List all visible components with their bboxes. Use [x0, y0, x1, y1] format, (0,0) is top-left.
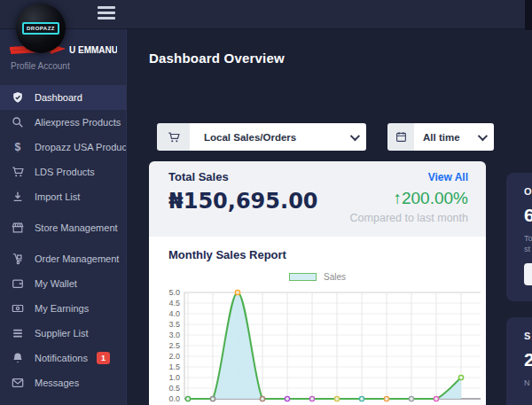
sidebar-item-notifications[interactable]: Notifications1: [0, 346, 126, 370]
sidebar-item-import-list[interactable]: Import List: [0, 184, 126, 209]
svg-text:0.5: 0.5: [168, 384, 180, 393]
legend-swatch: [289, 273, 317, 281]
envelope-icon: [11, 377, 24, 390]
sidebar-item-order-management[interactable]: Order Management: [0, 246, 126, 271]
sidebar-item-dashboard[interactable]: Dashboard: [0, 85, 126, 110]
bell-icon: [11, 352, 24, 365]
total-sales-card: Total Sales View All ₦150,695.00 ↑200.00…: [149, 161, 486, 405]
orders-summary-card: O 6 To st: [506, 173, 532, 301]
sidebar-item-label: My Earnings: [35, 303, 89, 314]
time-range-select[interactable]: All time: [387, 123, 494, 151]
notification-badge: 1: [97, 352, 110, 364]
chart-title: Monthly Sales Report: [149, 248, 486, 261]
svg-text:4.5: 4.5: [168, 299, 180, 308]
total-sales-header: Total Sales View All ₦150,695.00 ↑200.00…: [149, 161, 486, 237]
chevron-down-icon: [350, 130, 360, 140]
sidebar-item-label: Dropazz USA Products: [35, 142, 127, 152]
sidebar-item-label: Import List: [35, 191, 80, 202]
calendar-icon: [387, 123, 414, 151]
page-title: Dashboard Overview: [149, 51, 285, 66]
main-content: Dashboard Overview Local Sales/Orders Al…: [127, 29, 532, 405]
sales-change-percent: ↑200.00%: [393, 189, 468, 207]
store-icon: [11, 222, 24, 235]
sidebar-item-label: Dashboard: [35, 92, 82, 103]
sidebar-item-label: Supplier List: [35, 328, 89, 339]
sidebar-item-label: Messages: [35, 378, 79, 388]
sales-type-select[interactable]: Local Sales/Orders: [157, 123, 366, 151]
chart-legend: Sales: [149, 272, 486, 282]
dashboard-icon: [11, 91, 24, 105]
orders-card-value: 6: [524, 205, 532, 226]
view-all-link[interactable]: View All: [428, 171, 468, 183]
sidebar-item-my-wallet[interactable]: My Wallet: [0, 271, 126, 296]
svg-text:2.0: 2.0: [168, 352, 180, 361]
orders-card-title: O: [524, 186, 532, 197]
legend-label: Sales: [324, 272, 346, 282]
svg-text:3.5: 3.5: [168, 320, 180, 329]
sidebar-nav: DashboardAliexpress Products$Dropazz USA…: [0, 85, 126, 395]
import-icon: [11, 191, 24, 204]
store-card-value: 2: [524, 349, 532, 370]
up-arrow-icon: ↑: [393, 189, 402, 207]
svg-text:3.0: 3.0: [168, 331, 180, 339]
store-card-title: S: [524, 331, 532, 341]
svg-text:1.5: 1.5: [168, 362, 180, 371]
sidebar-item-lds-products[interactable]: LDS Products: [0, 160, 126, 184]
svg-text:0.0: 0.0: [168, 394, 180, 403]
sidebar-item-label: My Wallet: [35, 278, 77, 289]
sidebar-item-supplier-list[interactable]: Supplier List: [0, 321, 126, 346]
monthly-sales-chart-card: Monthly Sales Report Sales 5.04.54.03.53…: [149, 237, 486, 405]
earnings-icon: [11, 302, 24, 315]
scrollbar-thumb[interactable]: [525, 0, 532, 30]
profile-subtitle: Profile Account: [9, 61, 117, 71]
search-icon: [11, 116, 24, 129]
top-bar: [0, 0, 532, 29]
store-card-desc: N: [524, 378, 532, 388]
sidebar-item-label: Order Management: [35, 253, 119, 264]
total-sales-value: ₦150,695.00: [168, 189, 318, 214]
time-range-value: All time: [423, 132, 478, 143]
sidebar: U EMMANUEL CHIM Profile Account Dashboar…: [0, 29, 127, 405]
orders-card-desc: To st: [524, 233, 532, 254]
sales-type-value: Local Sales/Orders: [204, 132, 350, 143]
sidebar-item-label: LDS Products: [35, 167, 95, 177]
dashboard-page: { "app": { "logo_text": "DROPAZZ" }, "si…: [0, 0, 532, 405]
store-summary-card: S 2 N: [506, 317, 532, 405]
total-sales-title: Total Sales: [168, 170, 229, 183]
svg-text:4.0: 4.0: [168, 309, 180, 318]
sidebar-section-training: Training: [0, 395, 126, 405]
sidebar-item-dropazz-usa-products[interactable]: $Dropazz USA Products: [0, 135, 126, 160]
sales-change-note: Compared to last month: [350, 212, 468, 224]
sales-area-chart: 5.04.54.03.53.02.52.01.51.00.50.0: [149, 284, 486, 405]
cart-icon: [11, 166, 24, 179]
sidebar-item-label: Aliexpress Products: [35, 117, 121, 128]
list-icon: [11, 327, 24, 340]
sidebar-item-label: Notifications: [35, 353, 88, 363]
cart-icon: [157, 123, 190, 151]
profile-name: U EMMANUEL CHIM: [69, 45, 117, 55]
chevron-down-icon: [478, 130, 488, 140]
sidebar-item-store-management[interactable]: Store Management: [0, 215, 126, 240]
wallet-icon: [11, 277, 24, 291]
sidebar-item-messages[interactable]: Messages: [0, 370, 126, 395]
svg-text:2.5: 2.5: [168, 341, 180, 350]
svg-text:$: $: [14, 141, 20, 153]
app-logo[interactable]: DROPAZZ: [16, 4, 66, 53]
svg-text:1.0: 1.0: [168, 373, 180, 382]
sidebar-item-my-earnings[interactable]: My Earnings: [0, 296, 126, 321]
app-logo-text: DROPAZZ: [22, 22, 59, 35]
orders-card-button[interactable]: [524, 263, 532, 285]
dolly-icon: [11, 253, 24, 266]
dollar-icon: $: [11, 141, 24, 154]
svg-text:5.0: 5.0: [168, 288, 180, 297]
sidebar-item-aliexpress-products[interactable]: Aliexpress Products: [0, 110, 126, 135]
menu-toggle-button[interactable]: [98, 6, 115, 20]
sidebar-item-label: Store Management: [35, 222, 118, 233]
